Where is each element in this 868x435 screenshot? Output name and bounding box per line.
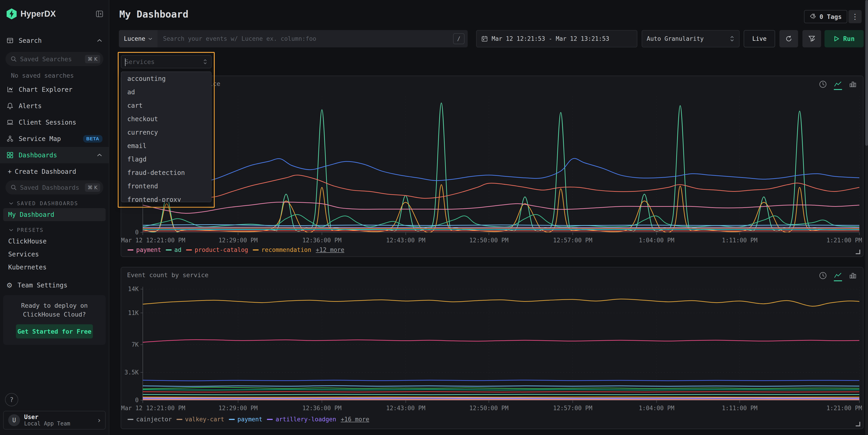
page-title: My Dashboard — [119, 9, 188, 20]
select-chevrons-icon — [203, 59, 208, 65]
kebab-menu-button[interactable]: ⋮ — [848, 10, 862, 23]
legend-item[interactable]: ad — [166, 246, 182, 253]
presets-section-header[interactable]: PRESETS — [0, 221, 109, 235]
bar-chart-icon[interactable] — [849, 80, 857, 91]
line-chart-icon[interactable] — [834, 81, 842, 90]
chart-canvas[interactable]: Mar 12 12:21:00 PM12:29:00 PM12:36:00 PM… — [121, 284, 863, 412]
funnel-edit-icon — [808, 35, 816, 42]
services-filter-input[interactable] — [125, 58, 203, 65]
chevron-down-icon — [9, 202, 14, 205]
legend-item[interactable]: cainjector — [127, 416, 172, 423]
avatar: U — [8, 414, 20, 426]
chart-canvas[interactable]: Mar 12 12:21:00 PM12:29:00 PM12:36:00 PM… — [121, 94, 863, 244]
saved-dashboards-section-header[interactable]: SAVED DASHBOARDS — [0, 194, 109, 208]
saved-searches-input[interactable] — [20, 56, 82, 63]
sidebar-item-label: Chart Explorer — [19, 86, 102, 93]
sidebar-preset-services[interactable]: Services — [0, 248, 109, 261]
legend-more-link[interactable]: +12 more — [316, 246, 344, 253]
chart-panel-event-count-2: Event count by service Mar 12 12:21:00 P… — [121, 267, 863, 429]
sidebar-item-alerts[interactable]: Alerts — [0, 98, 109, 114]
legend-item[interactable]: product-catalog — [186, 246, 248, 253]
service-option[interactable]: currency — [121, 126, 211, 139]
svg-text:12:50:00 PM: 12:50:00 PM — [469, 405, 508, 411]
chart-panel-event-count-1: Event count by service Mar 12 12:21:00 P… — [121, 75, 863, 257]
clickhouse-cloud-card: Ready to deploy on ClickHouse Cloud? Get… — [3, 295, 106, 345]
legend-item[interactable]: payment — [127, 246, 161, 253]
saved-dashboards-search[interactable]: ⌘ K — [5, 180, 103, 194]
sidebar-item-team-settings[interactable]: ⚙ Team Settings — [0, 277, 109, 293]
service-option[interactable]: frontend-proxy — [121, 193, 211, 202]
service-option[interactable]: checkout — [121, 112, 211, 126]
get-started-button[interactable]: Get Started for Free — [16, 324, 93, 338]
service-option[interactable]: email — [121, 139, 211, 153]
table-icon — [6, 37, 14, 44]
chevron-right-icon: › — [98, 416, 101, 425]
query-language-select[interactable]: Lucene — [119, 30, 158, 48]
date-range-value: Mar 12 12:21:53 - Mar 12 13:21:53 — [492, 35, 609, 42]
service-option[interactable]: ad — [121, 85, 211, 99]
create-dashboard-button[interactable]: + Create Dashboard — [0, 163, 109, 177]
panel-resize-handle[interactable] — [856, 422, 860, 426]
help-button[interactable]: ? — [5, 393, 18, 406]
sidebar-item-dashboards[interactable]: Dashboards — [0, 147, 109, 163]
legend-item[interactable]: valkey-cart — [177, 416, 224, 423]
scrollbar-thumb[interactable] — [865, 0, 868, 146]
create-dashboard-label: Create Dashboard — [15, 168, 76, 175]
tags-button[interactable]: 0 Tags — [804, 10, 847, 23]
sidebar: HyperDX Search ⌘ K No saved searches Cha… — [0, 0, 109, 435]
filter-button[interactable] — [802, 30, 821, 48]
time-range-icon[interactable] — [819, 272, 827, 282]
scrollbar[interactable] — [865, 0, 868, 435]
service-option[interactable]: flagd — [121, 153, 211, 166]
date-range-picker[interactable]: Mar 12 12:21:53 - Mar 12 13:21:53 — [476, 30, 637, 48]
chevron-up-icon[interactable] — [97, 153, 102, 157]
time-range-icon[interactable] — [819, 80, 827, 91]
services-select[interactable] — [121, 55, 212, 68]
svg-text:12:50:00 PM: 12:50:00 PM — [469, 237, 508, 244]
service-option[interactable]: accounting — [121, 72, 211, 85]
sidebar-preset-kubernetes[interactable]: Kubernetes — [0, 261, 109, 274]
calendar-icon — [481, 35, 488, 42]
legend-item[interactable]: recommendation — [253, 246, 311, 253]
svg-text:12:43:00 PM: 12:43:00 PM — [386, 237, 425, 244]
granularity-value: Auto Granularity — [647, 35, 730, 42]
svg-text:14K: 14K — [128, 286, 139, 292]
chart-toolbar — [819, 80, 857, 91]
service-option[interactable]: cart — [121, 99, 211, 112]
svg-text:12:57:00 PM: 12:57:00 PM — [553, 237, 592, 244]
tag-icon — [809, 13, 816, 20]
beta-badge: BETA — [83, 135, 102, 143]
user-card[interactable]: U User Local App Team › — [3, 411, 106, 430]
svg-text:Mar 12 12:21:00 PM: Mar 12 12:21:00 PM — [121, 237, 185, 244]
chevron-up-icon[interactable] — [97, 39, 102, 42]
live-button[interactable]: Live — [744, 30, 775, 48]
service-option[interactable]: frontend — [121, 180, 211, 193]
svg-text:12:57:00 PM: 12:57:00 PM — [553, 405, 592, 411]
user-team: Local App Team — [24, 421, 70, 427]
tags-button-label: 0 Tags — [819, 13, 842, 20]
refresh-button[interactable] — [779, 30, 798, 48]
svg-text:1:04:00 PM: 1:04:00 PM — [639, 405, 675, 411]
panel-resize-handle[interactable] — [856, 250, 860, 254]
event-search-input[interactable] — [158, 35, 453, 42]
sidebar-collapse-icon[interactable] — [96, 10, 103, 18]
sidebar-item-chart-explorer[interactable]: Chart Explorer — [0, 81, 109, 98]
app-title: HyperDX — [21, 9, 92, 19]
sidebar-dashboard-my-dashboard[interactable]: My Dashboard — [3, 208, 106, 221]
legend-item[interactable]: payment — [229, 416, 262, 423]
granularity-select[interactable]: Auto Granularity — [642, 30, 740, 48]
svg-text:3.5K: 3.5K — [124, 369, 139, 376]
bar-chart-icon[interactable] — [849, 272, 857, 282]
sidebar-item-search[interactable]: Search — [0, 32, 109, 49]
sidebar-item-service-map[interactable]: Service Map BETA — [0, 130, 109, 147]
saved-searches-search[interactable]: ⌘ K — [5, 52, 103, 66]
sidebar-preset-clickhouse[interactable]: ClickHouse — [0, 235, 109, 248]
legend-more-link[interactable]: +16 more — [341, 416, 369, 423]
line-chart-icon[interactable] — [834, 272, 842, 281]
saved-dashboards-input[interactable] — [20, 184, 82, 191]
service-option[interactable]: fraud-detection — [121, 166, 211, 180]
legend-item[interactable]: artillery-loadgen — [267, 416, 336, 423]
run-button[interactable]: Run — [825, 30, 864, 48]
sidebar-item-label: Team Settings — [18, 281, 102, 289]
sidebar-item-client-sessions[interactable]: Client Sessions — [0, 114, 109, 130]
